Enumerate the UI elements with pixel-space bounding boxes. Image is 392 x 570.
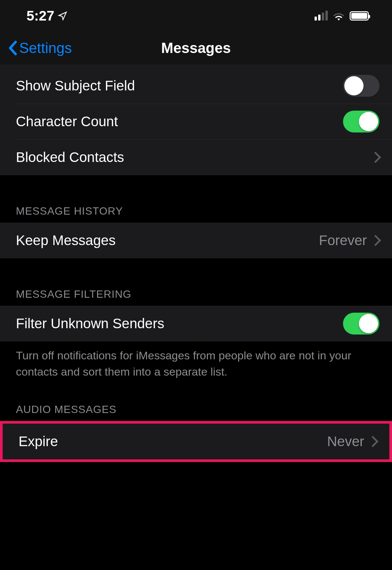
group-header-message-filtering: MESSAGE FILTERING xyxy=(0,258,392,306)
status-bar: 5:27 xyxy=(0,0,392,31)
row-show-subject-field[interactable]: Show Subject Field xyxy=(0,68,392,104)
settings-group: Show Subject Field Character Count Block… xyxy=(0,65,392,175)
row-label: Blocked Contacts xyxy=(16,149,371,165)
settings-group-history: Keep Messages Forever xyxy=(0,223,392,258)
battery-icon xyxy=(350,11,369,21)
cellular-signal-icon xyxy=(315,11,328,21)
row-character-count[interactable]: Character Count xyxy=(0,104,392,139)
toggle-character-count[interactable] xyxy=(343,111,379,132)
chevron-right-icon xyxy=(367,436,378,447)
back-button[interactable]: Settings xyxy=(8,40,72,56)
row-label: Character Count xyxy=(16,114,343,130)
status-icons xyxy=(315,11,369,21)
settings-group-audio: Expire Never xyxy=(0,421,392,462)
wifi-icon xyxy=(332,11,345,21)
toggle-filter-unknown[interactable] xyxy=(343,313,379,335)
row-label: Show Subject Field xyxy=(16,78,343,94)
location-arrow-icon xyxy=(58,11,68,21)
row-filter-unknown-senders[interactable]: Filter Unknown Senders xyxy=(0,306,392,341)
chevron-right-icon xyxy=(370,152,381,163)
back-label: Settings xyxy=(19,40,72,56)
status-time: 5:27 xyxy=(26,8,54,24)
row-label: Keep Messages xyxy=(16,233,319,248)
chevron-left-icon xyxy=(8,41,17,55)
row-value: Never xyxy=(327,434,364,449)
row-blocked-contacts[interactable]: Blocked Contacts xyxy=(0,139,392,175)
chevron-right-icon xyxy=(370,235,381,246)
row-expire[interactable]: Expire Never xyxy=(3,424,389,459)
status-time-area: 5:27 xyxy=(26,8,68,24)
group-footer-filtering: Turn off notifications for iMessages fro… xyxy=(0,341,392,384)
row-label: Filter Unknown Senders xyxy=(16,316,343,332)
settings-group-filtering: Filter Unknown Senders xyxy=(0,306,392,341)
group-header-audio-messages: AUDIO MESSAGES xyxy=(0,384,392,421)
group-header-message-history: MESSAGE HISTORY xyxy=(0,175,392,223)
toggle-show-subject[interactable] xyxy=(343,75,379,97)
row-keep-messages[interactable]: Keep Messages Forever xyxy=(0,223,392,258)
row-label: Expire xyxy=(19,434,327,449)
nav-bar: Settings Messages xyxy=(0,31,392,65)
row-value: Forever xyxy=(319,233,367,248)
